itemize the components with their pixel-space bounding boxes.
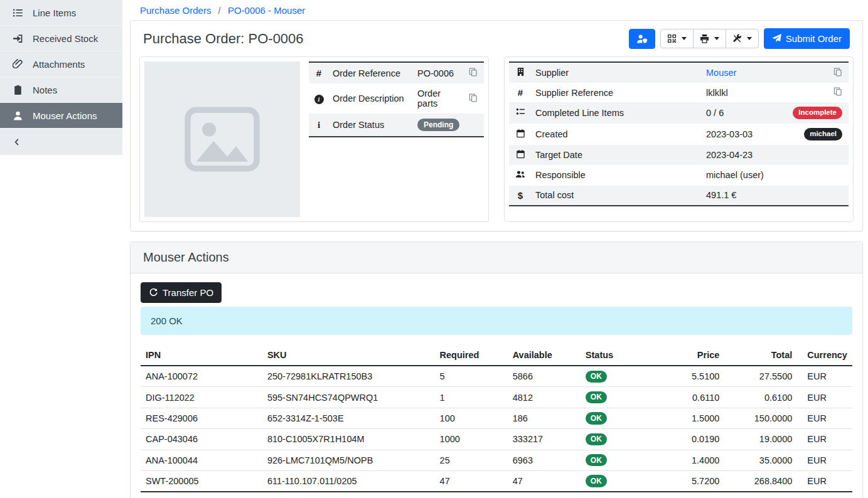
detail-label: Supplier Reference <box>532 83 702 102</box>
parts-cell-status: OK <box>581 366 650 387</box>
image-placeholder-icon <box>181 98 264 181</box>
parts-table-row: DIG-112022595-SN74HCS74QPWRQ114812OK0.61… <box>141 387 852 408</box>
copy-icon[interactable] <box>833 87 842 98</box>
mouser-actions-body: Transfer PO 200 OK IPN SKU Required Avai… <box>131 273 862 498</box>
sidebar-item-notes[interactable]: Notes <box>0 77 122 103</box>
user-icon <box>13 110 23 121</box>
footer-total-label: Total <box>141 492 262 498</box>
detail-label: Created <box>532 124 702 145</box>
panel-title: Mouser Actions <box>143 250 229 265</box>
note-icon <box>13 85 23 95</box>
parts-cell-required: 47 <box>435 470 508 492</box>
barcode-menu-button[interactable] <box>660 29 694 48</box>
order-status-badge: Pending <box>417 119 459 131</box>
transfer-po-label: Transfer PO <box>163 287 213 298</box>
parts-cell-available: 6963 <box>508 450 581 470</box>
parts-table-row: ANA-100044926-LMC7101QM5/NOPB256963OK1.4… <box>141 450 852 470</box>
parts-cell-ipn: DIG-112022 <box>141 387 262 408</box>
ok-status-badge: OK <box>586 371 607 383</box>
parts-cell-status: OK <box>581 470 650 492</box>
detail-value: 491.1 € <box>702 186 779 206</box>
parts-cell-status: OK <box>581 429 650 450</box>
transfer-po-button[interactable]: Transfer PO <box>141 282 222 303</box>
parts-table-row: SWT-200005611-110.107.011/02054747OK5.72… <box>141 470 852 492</box>
order-details: # Order Reference PO-0006 i Order Descri… <box>131 55 862 231</box>
parts-cell-available: 5866 <box>508 366 581 387</box>
parts-table-row: ANA-100072250-72981KLRATR150B355866OK5.5… <box>141 366 852 387</box>
parts-cell-status: OK <box>581 387 650 408</box>
detail-label: Order Description <box>329 83 414 114</box>
parts-table-body: ANA-100072250-72981KLRATR150B355866OK5.5… <box>141 366 852 492</box>
column-header-available: Available <box>508 347 581 366</box>
sidebar-item-line-items[interactable]: Line Items <box>0 0 122 26</box>
sidebar-item-received-stock[interactable]: Received Stock <box>0 26 122 51</box>
sidebar-collapse-button[interactable] <box>0 129 122 155</box>
qr-code-icon <box>667 34 677 43</box>
print-menu-button[interactable] <box>693 29 726 48</box>
parts-cell-currency: EUR <box>797 366 852 387</box>
parts-cell-required: 1 <box>435 387 508 408</box>
sidebar-item-attachments[interactable]: Attachments <box>0 51 122 77</box>
detail-label: Total cost <box>532 186 702 206</box>
calendar-icon <box>516 129 525 138</box>
column-header-total: Total <box>724 347 797 366</box>
mouser-actions-panel: Mouser Actions Transfer PO 200 OK IPN SK… <box>130 241 863 498</box>
order-actions-menu-button[interactable] <box>726 29 759 48</box>
sidebar-item-mouser-actions[interactable]: Mouser Actions <box>0 103 122 129</box>
column-header-required: Required <box>435 347 508 366</box>
status-alert: 200 OK <box>141 307 852 335</box>
parts-cell-sku: 652-3314Z-1-503E <box>262 408 435 428</box>
submit-order-button[interactable]: Submit Order <box>764 28 850 49</box>
parts-cell-ipn: ANA-100044 <box>141 450 262 470</box>
detail-value: michael (user) <box>702 165 779 186</box>
ok-status-badge: OK <box>586 454 607 466</box>
parts-cell-price: 5.7200 <box>649 470 724 492</box>
detail-value: 2023-03-03 <box>702 124 779 145</box>
page-title: Purchase Order: PO-0006 <box>143 31 304 47</box>
purchase-order-header: Purchase Order: PO-0006 <box>131 21 862 55</box>
paper-plane-icon <box>772 34 781 43</box>
parts-cell-price: 0.0190 <box>649 429 724 450</box>
mouser-actions-header: Mouser Actions <box>131 242 862 273</box>
order-summary-table: # Order Reference PO-0006 i Order Descri… <box>309 61 484 137</box>
parts-cell-required: 25 <box>435 450 508 470</box>
caret-down-icon <box>714 37 719 40</box>
parts-cell-required: 1000 <box>435 429 508 450</box>
breadcrumb-link-purchase-orders[interactable]: Purchase Orders <box>140 5 211 16</box>
column-header-sku: SKU <box>262 347 435 366</box>
parts-cell-currency: EUR <box>797 450 852 470</box>
copy-icon[interactable] <box>469 93 478 104</box>
parts-cell-currency: EUR <box>797 408 852 428</box>
parts-cell-ipn: CAP-043046 <box>141 429 262 450</box>
detail-row-supplier: Supplier Mouser <box>509 62 849 83</box>
parts-table-row: RES-429006652-3314Z-1-503E100186OK1.5000… <box>141 408 852 428</box>
parts-table: IPN SKU Required Available Status Price … <box>141 347 852 498</box>
parts-cell-sku: 926-LMC7101QM5/NOPB <box>262 450 435 470</box>
dollar-icon: $ <box>518 190 523 201</box>
parts-cell-total: 27.5500 <box>724 366 797 387</box>
parts-cell-status: OK <box>581 408 650 428</box>
parts-cell-available: 186 <box>508 408 581 428</box>
parts-cell-currency: EUR <box>797 470 852 492</box>
supplier-link[interactable]: Mouser <box>706 68 736 78</box>
breadcrumb-link-current-order[interactable]: PO-0006 - Mouser <box>228 5 305 16</box>
part-image-placeholder[interactable] <box>144 61 300 217</box>
parts-cell-sku: 250-72981KLRATR150B3 <box>262 366 435 387</box>
order-info-table: Supplier Mouser # Supplier Reference lkl… <box>509 61 849 206</box>
incomplete-badge: Incomplete <box>793 107 842 119</box>
detail-label: Order Reference <box>329 62 414 83</box>
assign-user-button[interactable] <box>629 29 655 49</box>
sidebar-item-label: Notes <box>33 85 57 95</box>
detail-label: Target Date <box>532 145 702 165</box>
ok-status-badge: OK <box>586 412 607 424</box>
parts-table-row: CAP-043046810-C1005X7R1H104M1000333217OK… <box>141 429 852 450</box>
detail-row-completed-line-items: Completed Line Items 0 / 6 Incomplete <box>509 102 849 124</box>
copy-icon[interactable] <box>469 68 478 78</box>
sidebar-item-label: Attachments <box>33 59 85 70</box>
copy-icon[interactable] <box>833 68 842 78</box>
parts-cell-ipn: SWT-200005 <box>141 470 262 492</box>
list-icon <box>13 8 23 18</box>
parts-cell-total: 0.6100 <box>724 387 797 408</box>
breadcrumb: Purchase Orders / PO-0006 - Mouser <box>130 0 863 20</box>
detail-row-order-status: i Order Status Pending <box>309 114 484 137</box>
